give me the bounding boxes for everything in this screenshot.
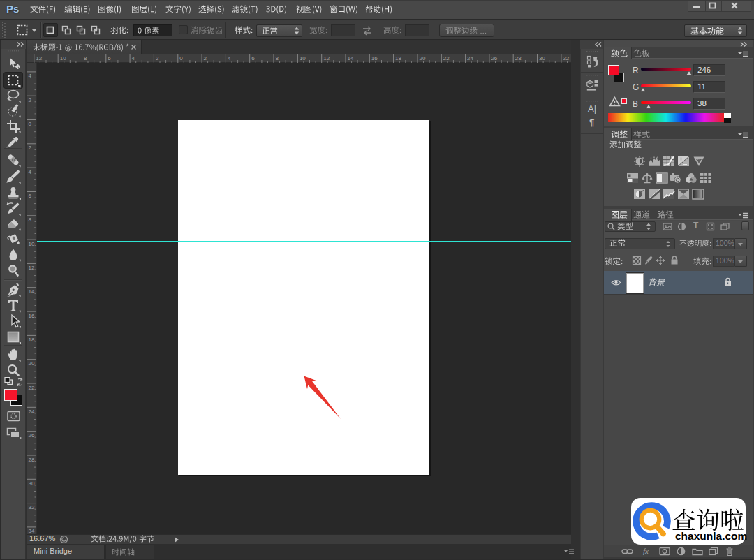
svg-text:20: 20	[29, 360, 35, 367]
svg-text:6: 6	[251, 55, 255, 61]
svg-text:22: 22	[29, 385, 35, 391]
svg-text:30: 30	[539, 55, 545, 61]
svg-text:14: 14	[348, 55, 354, 61]
svg-text:2: 2	[156, 55, 159, 61]
svg-text:18: 18	[29, 337, 35, 343]
svg-text:26: 26	[491, 55, 497, 61]
svg-text:6: 6	[108, 55, 111, 61]
svg-text:10: 10	[29, 241, 35, 247]
svg-text:32: 32	[29, 504, 35, 510]
svg-text:10: 10	[60, 55, 66, 61]
svg-text:14: 14	[29, 288, 35, 295]
svg-text:2: 2	[29, 97, 32, 103]
svg-text:12: 12	[36, 55, 42, 61]
svg-text:4: 4	[29, 169, 32, 175]
svg-text:8: 8	[276, 55, 279, 61]
svg-text:2: 2	[204, 55, 207, 61]
svg-text:12: 12	[29, 265, 35, 271]
svg-text:8: 8	[29, 216, 32, 223]
svg-text:6: 6	[29, 193, 32, 199]
svg-text:28: 28	[29, 457, 35, 463]
svg-text:20: 20	[420, 55, 426, 61]
svg-text:16: 16	[29, 313, 35, 319]
svg-text:26: 26	[29, 432, 35, 439]
svg-text:32: 32	[563, 55, 569, 61]
svg-text:4: 4	[228, 55, 231, 61]
svg-text:18: 18	[395, 55, 401, 61]
svg-text:10: 10	[300, 55, 306, 61]
svg-text:30: 30	[29, 480, 35, 487]
svg-text:8: 8	[84, 55, 87, 61]
svg-text:24: 24	[29, 408, 35, 415]
svg-text:28: 28	[515, 55, 522, 61]
svg-text:2: 2	[29, 145, 32, 151]
svg-text:4: 4	[29, 73, 32, 79]
svg-text:12: 12	[323, 55, 330, 61]
svg-text:24: 24	[467, 55, 473, 61]
svg-text:22: 22	[443, 55, 450, 61]
svg-text:16: 16	[371, 55, 378, 61]
svg-text:0: 0	[29, 121, 32, 127]
svg-text:0: 0	[179, 55, 183, 61]
svg-text:4: 4	[132, 55, 135, 61]
